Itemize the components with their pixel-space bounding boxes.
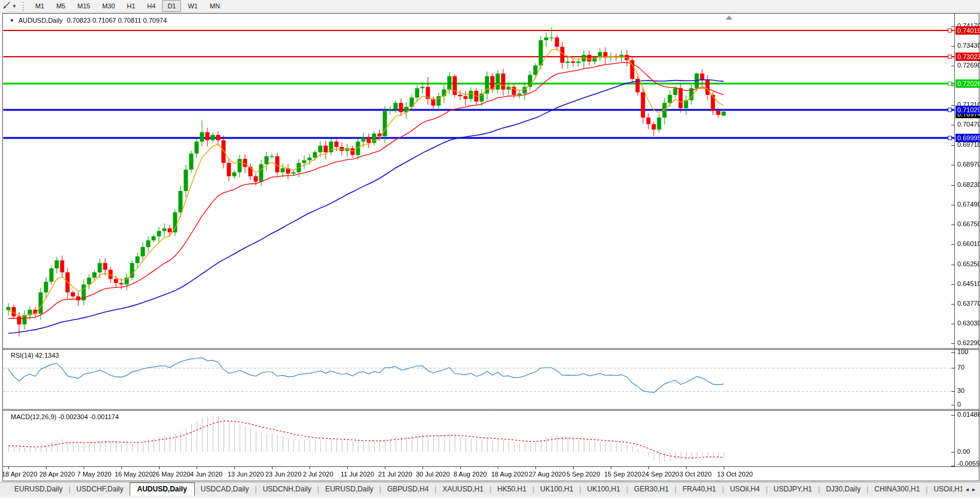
macd-axis-label: 0.014861 xyxy=(957,411,980,418)
chart-tab[interactable]: AUDUSD,Daily xyxy=(130,482,195,496)
price-tick-label: 0.63030 xyxy=(957,319,980,327)
date-label: 13 Oct 2020 xyxy=(717,471,753,478)
macd-axis-label: -0.005938 xyxy=(957,460,980,467)
tab-scroll-arrows: ◂▸ xyxy=(962,482,979,496)
tab-scroll-right-button[interactable]: ▸ xyxy=(972,486,975,493)
date-label: 21 Jul 2020 xyxy=(378,471,412,478)
price-tick-label: 0.68970 xyxy=(957,161,980,168)
chart-tab[interactable]: DJ30,Daily xyxy=(820,483,866,495)
price-tick-label: 0.64510 xyxy=(957,280,980,287)
chart-tab[interactable]: USDCNH,Daily xyxy=(257,483,317,495)
chart-tab[interactable]: USDJPY,H1 xyxy=(768,483,818,495)
trendline-cursor-icon xyxy=(2,1,11,11)
timeframe-button-group: M1M5M15M30H1H4D1W1MN xyxy=(29,0,226,12)
price-tick-label: 0.70470 xyxy=(957,121,980,128)
date-label: 18 Aug 2020 xyxy=(491,471,528,478)
timeframe-button-w1[interactable]: W1 xyxy=(182,0,203,12)
chart-tab[interactable]: GER30,H1 xyxy=(628,483,675,495)
date-label: 30 Jul 2020 xyxy=(416,471,450,478)
date-label: 26 May 2020 xyxy=(152,471,191,478)
date-label: 3 Oct 2020 xyxy=(679,471,712,478)
date-label: 4 Jun 2020 xyxy=(190,471,222,478)
chart-tab[interactable]: XAUUSD,H1 xyxy=(436,483,489,495)
price-tick-label: 0.68230 xyxy=(957,181,980,188)
chart-tab[interactable]: USOil,H4 xyxy=(724,483,765,495)
status-strip xyxy=(0,496,980,498)
chart-tab[interactable]: USDCAD,Daily xyxy=(195,483,255,495)
price-tick-label: 0.67490 xyxy=(957,201,980,208)
date-label: 28 Apr 2020 xyxy=(39,471,75,478)
hline-price-badge: 0.73023 xyxy=(956,53,980,61)
timeframe-button-h1[interactable]: H1 xyxy=(121,0,140,12)
toolbar-grip-handle[interactable] xyxy=(23,2,26,11)
price-tick-label: 0.72690 xyxy=(957,62,980,69)
chart-tab[interactable]: USDCHF,Daily xyxy=(71,483,130,495)
hline-price-badge: 0.71029 xyxy=(956,106,980,114)
line-tool-button[interactable]: ▼ xyxy=(0,1,19,11)
macd-indicator-label: MACD(12,26,9) -0.002304 -0.001174 xyxy=(11,413,119,420)
price-tick-label: 0.62290 xyxy=(957,339,980,346)
symbol-timeframe-label: AUDUSD,Daily xyxy=(19,17,63,24)
rsi-axis-label: 70 xyxy=(957,364,964,371)
timeframe-button-m5[interactable]: M5 xyxy=(51,0,71,12)
timeframe-button-d1[interactable]: D1 xyxy=(162,0,181,12)
date-label: 8 Aug 2020 xyxy=(454,471,487,478)
chevron-down-icon: ▼ xyxy=(12,4,17,9)
timeframe-button-mn[interactable]: MN xyxy=(204,0,225,12)
price-tick-label: 0.73430 xyxy=(957,42,980,49)
price-tick-label: 0.65250 xyxy=(957,260,980,268)
tab-scroll-left-button[interactable]: ◂ xyxy=(966,486,969,493)
chart-tab[interactable]: CHINA300,H1 xyxy=(868,483,926,495)
chart-tab[interactable]: HK50,H1 xyxy=(491,483,532,495)
date-label: 27 Aug 2020 xyxy=(529,471,566,478)
chart-area[interactable] xyxy=(0,0,980,498)
date-label: 15 Sep 2020 xyxy=(604,471,641,478)
rsi-axis-label: 100 xyxy=(957,348,968,355)
chart-title: ▼ AUDUSD,Daily 0.70823 0.71067 0.70811 0… xyxy=(10,17,167,24)
chart-tab[interactable]: FRA40,H1 xyxy=(676,483,722,495)
mt4-application-window: ▼ M1M5M15M30H1H4D1W1MN ▼ AUDUSD,Daily 0.… xyxy=(0,0,980,498)
hline-price-badge: 0.69995 xyxy=(956,134,980,142)
rsi-indicator-label: RSI(14) 42.1343 xyxy=(11,352,59,359)
date-label: 11 Jul 2020 xyxy=(341,471,374,478)
timeframe-button-m1[interactable]: M1 xyxy=(30,0,50,12)
date-label: 13 Jun 2020 xyxy=(228,471,264,478)
date-label: 5 Sep 2020 xyxy=(566,471,600,478)
date-label: 16 May 2020 xyxy=(115,471,153,478)
chart-tab[interactable]: EURUSD,Daily xyxy=(319,483,379,495)
timeframe-button-m30[interactable]: M30 xyxy=(97,0,120,12)
timeframe-toolbar: ▼ M1M5M15M30H1H4D1W1MN xyxy=(0,0,980,13)
timeframe-button-h4[interactable]: H4 xyxy=(142,0,161,12)
date-label: 2 Jul 2020 xyxy=(303,471,333,478)
price-tick-label: 0.66750 xyxy=(957,220,980,228)
date-label: 7 May 2020 xyxy=(77,471,111,478)
hline-price-badge: 0.74019 xyxy=(956,26,980,35)
chart-tab[interactable]: GBPUSD,H4 xyxy=(381,483,434,495)
date-label: 23 Jun 2020 xyxy=(265,471,302,478)
price-tick-label: 0.66010 xyxy=(957,240,980,247)
ohlc-quote-values: 0.70823 0.71067 0.70811 0.70974 xyxy=(67,17,167,24)
chart-tab[interactable]: UK100,H1 xyxy=(581,483,626,495)
symbol-dropdown-icon[interactable]: ▼ xyxy=(10,18,14,23)
hline-price-badge: 0.72026 xyxy=(956,79,980,88)
chart-tab[interactable]: UK100,H1 xyxy=(534,483,579,495)
price-tick-label: 0.63770 xyxy=(957,300,980,307)
rsi-axis-label: 0 xyxy=(957,401,961,408)
date-label: 24 Sep 2020 xyxy=(642,471,679,478)
price-tick-label: 0.69710 xyxy=(957,141,980,148)
date-label: 18 Apr 2020 xyxy=(2,471,37,478)
chart-tab-bar: EURUSD,Daily|USDCHF,DailyAUDUSD,DailyUSD… xyxy=(0,482,980,496)
macd-axis-label: 0.00 xyxy=(957,448,970,455)
chart-tab[interactable]: EURUSD,Daily xyxy=(8,483,69,495)
timeframe-button-m15[interactable]: M15 xyxy=(72,0,95,12)
rsi-axis-label: 30 xyxy=(957,387,964,394)
